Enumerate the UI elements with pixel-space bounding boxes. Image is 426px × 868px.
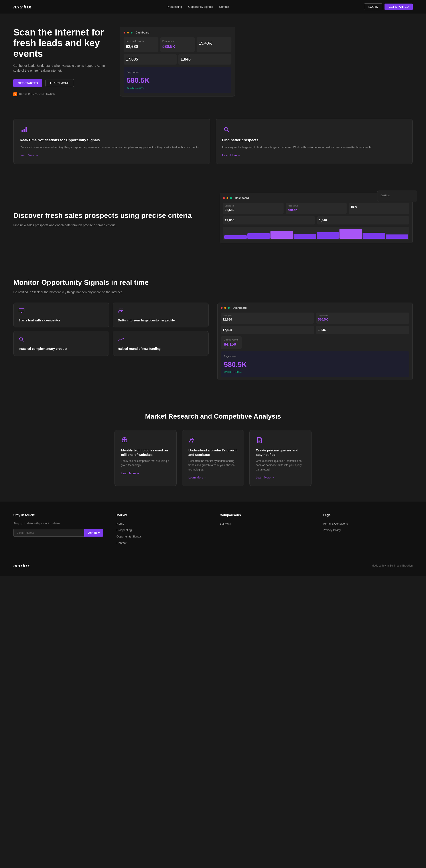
join-now-button[interactable]: Join Now — [84, 529, 103, 536]
metric-value-5: 1,846 — [181, 56, 229, 62]
sig-metric-label-2: Page views — [318, 314, 407, 317]
dash-metrics: Sales performance 92,680 Page views 580.… — [124, 37, 232, 52]
footer-link-terms[interactable]: Terms & Conditions — [323, 522, 348, 525]
mini-metric-label-1: Sales perf — [225, 205, 282, 208]
hero-buttons: GET STARTED LEARN MORE — [13, 79, 106, 87]
sig-metric-2: Page views 580.5K — [316, 313, 409, 324]
sig-metric-3: 17,805 — [221, 326, 314, 334]
features-row: Real-Time Notifications for Opportunity … — [0, 114, 426, 177]
dash-overlay: DarkFlow — [377, 190, 417, 202]
hero-learn-more-button[interactable]: LEARN MORE — [45, 79, 74, 87]
dash2-dot-red — [223, 197, 225, 199]
footer-newsletter-heading: Stay in touch! — [13, 513, 103, 518]
users-market-icon — [188, 437, 196, 444]
footer-top: Stay in touch! Stay up to date with prod… — [13, 513, 413, 556]
dashboard-mockup: Dashboard Sales performance 92,680 Page … — [120, 27, 235, 96]
footer-col-legal: Legal Terms & Conditions Privacy Policy — [323, 513, 413, 547]
mini-metric-label-2: Page views — [287, 205, 344, 208]
footer-col-markix: Markix Home Prospecting Opportunity Sign… — [117, 513, 206, 547]
hero-get-started-button[interactable]: GET STARTED — [13, 79, 42, 87]
signal-card-1: Starts trial with a competitor — [13, 303, 109, 328]
metric-value-1: 92,680 — [126, 44, 156, 50]
market-learn-more-2[interactable]: Learn More → — [188, 475, 238, 480]
footer-markix-links: Home Prospecting Opportunity Signals Con… — [117, 521, 206, 545]
signal-card-4: Raised round of new funding — [113, 331, 209, 356]
sig-metrics-row: Sales perf 92,680 Page views 580.5K — [221, 313, 409, 324]
email-form: Join Now — [13, 529, 103, 536]
nav-link-opportunity[interactable]: Opportunity signals — [188, 5, 213, 9]
signals-cards: Starts trial with a competitor Drifts in… — [13, 303, 209, 356]
footer-link-privacy[interactable]: Privacy Policy — [323, 528, 341, 532]
footer-link-opportunity[interactable]: Opportunity Signals — [117, 535, 142, 538]
mini-metric-val-1: 92,680 — [225, 208, 282, 212]
signal-card-title-4: Raised round of new funding — [118, 347, 204, 351]
footer-link-prospecting[interactable]: Prospecting — [117, 528, 132, 532]
mini-metric-5: 1,846 — [317, 216, 409, 224]
mini-metric-val-3: 15% — [351, 205, 407, 209]
sig-dot-green — [228, 307, 230, 309]
svg-point-8 — [119, 309, 121, 311]
sig-metric-val-2: 580.5K — [318, 317, 407, 322]
signals-layout: Starts trial with a competitor Drifts in… — [13, 303, 413, 380]
feature-learn-more-2[interactable]: Learn More → — [222, 153, 406, 158]
dash-dot-yellow — [127, 32, 129, 33]
feature-desc-2: Use very niche targeting to find more ta… — [222, 145, 406, 150]
unique-visitors-tooltip: Unique visitors 84,150 — [221, 336, 242, 349]
footer-logo: markix — [13, 562, 30, 569]
pv-label: Page views — [127, 70, 228, 74]
mini-metrics-row: Sales perf 92,680 Page views 580.5K 15% — [223, 203, 409, 214]
login-button[interactable]: LOG IN — [364, 3, 382, 10]
metric-card-1: Sales performance 92,680 — [124, 37, 158, 52]
footer-link-builtwith[interactable]: BuiltWith — [220, 522, 231, 525]
dash2-dot-yellow — [226, 197, 228, 199]
market-learn-more-1[interactable]: Learn More → — [121, 471, 170, 475]
discover-two-col: Discover fresh sales prospects using pre… — [13, 193, 413, 246]
sig-metrics-row2: 17,805 1,846 — [221, 326, 409, 334]
nav-logo: markix — [13, 3, 32, 10]
bar-chart-icon — [20, 125, 29, 134]
footer-comparisons-heading: Comparisons — [220, 513, 309, 518]
monitor-icon — [19, 308, 104, 315]
pv-sub: +210K (16.20%) — [127, 86, 228, 90]
market-card-desc-2: Research the market by understanding tre… — [188, 459, 238, 472]
sig-pv-value: 580.5K — [224, 359, 406, 370]
market-card-2: Understand a product's growth and userba… — [182, 430, 244, 486]
nav-link-prospecting[interactable]: Prospecting — [167, 5, 182, 9]
feature-desc-1: Receive instant updates when key things … — [20, 145, 204, 150]
metric-value-4: 17,805 — [126, 56, 174, 62]
market-learn-more-3[interactable]: Learn More → — [256, 475, 305, 480]
feature-card-2: Find better prospects Use very niche tar… — [216, 119, 413, 164]
dash2-title: Dashboard — [235, 196, 249, 200]
feature-learn-more-1[interactable]: Learn More → — [20, 153, 204, 158]
sig-pv-label: Page views — [224, 354, 406, 358]
market-section: Market Research and Competitive Analysis… — [0, 396, 426, 501]
mini-metric-4: 17,805 — [223, 216, 315, 224]
file-icon — [256, 437, 264, 444]
market-card-title-2: Understand a product's growth and userba… — [188, 448, 238, 457]
get-started-nav-button[interactable]: GET STARTED — [385, 4, 413, 10]
mini-metric-val-4: 17,805 — [225, 218, 313, 223]
market-card-title-3: Create precise queries and stay notified — [256, 448, 305, 457]
navbar: markix Prospecting Opportunity signals C… — [0, 0, 426, 13]
email-input[interactable] — [13, 529, 84, 536]
pv-value: 580.5K — [127, 75, 228, 86]
yc-badge: Y BACKED BY Y COMBINATOR — [13, 92, 106, 96]
page-views-card: Page views 580.5K +210K (16.20%) — [124, 67, 232, 93]
sig-metric-val-3: 17,805 — [222, 328, 312, 332]
discover-image: Dashboard Sales perf 92,680 Page views 5… — [220, 193, 413, 246]
market-card-title-1: Identify technologies used on millions o… — [121, 448, 170, 457]
market-headline: Market Research and Competitive Analysis — [13, 411, 413, 421]
footer-link-home[interactable]: Home — [117, 522, 124, 525]
discover-section: Discover fresh sales prospects using pre… — [0, 177, 426, 261]
sig-metric-1: Sales perf 92,680 — [221, 313, 314, 324]
footer-link-contact[interactable]: Contact — [117, 541, 126, 545]
nav-link-contact[interactable]: Contact — [219, 5, 229, 9]
svg-rect-2 — [26, 127, 27, 132]
footer-made-with: Made with ♥ in Berlin and Brooklyn — [372, 564, 413, 568]
mini-metric-val-2: 580.5K — [287, 208, 344, 212]
yc-logo-icon: Y — [13, 92, 17, 96]
sig-dot-yellow — [224, 307, 226, 309]
market-card-desc-3: Create specific queries. Get notified as… — [256, 459, 305, 472]
market-card-1: Identify technologies used on millions o… — [115, 430, 177, 486]
footer-col-newsletter: Stay in touch! Stay up to date with prod… — [13, 513, 103, 547]
